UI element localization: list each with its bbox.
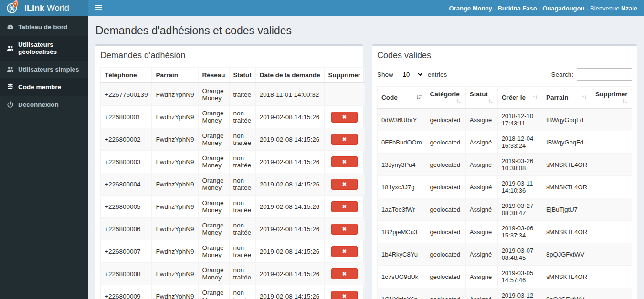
codes-cell-code: 1c7sUG9dUk	[378, 266, 426, 288]
codes-col-header-cat-gorie[interactable]: Catégorie	[426, 87, 465, 109]
codes-cell-parrain: IBWqyGbqFd	[542, 131, 591, 154]
codes-cell-supprimer	[591, 108, 632, 131]
demandes-cell-date: 2019-02-08 14:15:26	[255, 285, 324, 299]
codes-cell-parrain: EjBuTjgtU7	[542, 198, 591, 221]
top-navbar: Orange Money - Burkina Faso - Ouagadougo…	[88, 0, 644, 16]
codes-cell-creer_le: 2019-03-07 08:48:45	[497, 243, 542, 266]
demandes-col-header: Supprimer	[324, 68, 365, 83]
sidebar-item-code-membre[interactable]: Code membre	[0, 78, 88, 96]
demandes-row: +226800009FwdhzYphN9Orange Moneynon trai…	[101, 285, 365, 299]
codes-col-header-supprimer[interactable]: Supprimer	[591, 87, 632, 109]
x-icon: ✖	[342, 248, 347, 254]
sidebar-item-utilisateurs-g-olocalis-s[interactable]: Utilisateurs géolocalisés	[0, 36, 88, 61]
codes-cell-parrain: 8pQJGFxtWV	[542, 288, 591, 299]
codes-cell-supprimer	[591, 288, 632, 299]
codes-col-header-code[interactable]: Code	[378, 87, 426, 109]
demandes-cell-telephone: +226800003	[101, 151, 152, 173]
sidebar-item-d-connexion[interactable]: Déconnexion	[0, 96, 88, 113]
sort-ascending-icon	[416, 94, 422, 100]
demandes-cell-reseau: Orange Money	[198, 263, 229, 285]
demandes-cell-statut: non traitée	[229, 218, 255, 240]
codes-cell-categorie: geolocated	[426, 221, 465, 243]
demandes-cell-reseau: Orange Money	[198, 196, 229, 218]
demandes-cell-parrain: FwdhzYphN9	[152, 173, 198, 196]
demandes-cell-supprimer: ✖	[324, 218, 365, 240]
search-label: Search:	[551, 71, 573, 78]
demandes-cell-statut: non traitée	[229, 196, 255, 218]
demandes-col-header: Date de la demande	[255, 68, 324, 83]
demandes-col-header: Téléphone	[101, 68, 152, 83]
codes-cell-parrain: sMNSKTL4OR	[542, 266, 591, 288]
demandes-cell-statut: non traitée	[229, 173, 255, 196]
brand-name: iLink World	[24, 3, 69, 13]
codes-panel-title: Codes valides	[372, 46, 637, 64]
codes-row: 0dW36UfbrYgeolocatedAssigné2018-12-10 17…	[378, 108, 632, 131]
codes-cell-creer_le: 2018-12-04 16:33:24	[497, 131, 542, 154]
x-icon: ✖	[342, 136, 347, 142]
codes-cell-statut: Assigné	[465, 266, 497, 288]
demandes-cell-reseau: Orange Money	[198, 173, 229, 196]
search-input[interactable]	[577, 68, 632, 81]
demandes-cell-reseau: Orange Money	[198, 285, 229, 299]
sort-both-icon	[581, 94, 587, 100]
demandes-cell-telephone: +226800001	[101, 106, 152, 128]
sidebar-item-utilisateurs-simples[interactable]: Utilisateurs simples	[0, 61, 88, 78]
codes-cell-categorie: geolocated	[426, 131, 465, 154]
codes-row: 181yxc3J7ggeolocatedAssigné2019-03-11 14…	[378, 176, 632, 198]
main-content: Demandes d'adhésions et codes valides De…	[88, 16, 644, 299]
delete-demande-button[interactable]: ✖	[331, 291, 358, 299]
codes-col-label: Créer le	[502, 94, 526, 101]
delete-demande-button[interactable]: ✖	[331, 179, 358, 190]
codes-col-header-statut[interactable]: Statut	[465, 87, 497, 109]
demandes-cell-supprimer: ✖	[324, 240, 365, 263]
demandes-cell-supprimer: ✖	[324, 151, 365, 173]
codes-row: 1B2pjeMCu3geolocatedAssigné2019-03-06 15…	[378, 221, 632, 243]
database-icon	[7, 83, 14, 91]
hamburger-icon	[95, 4, 102, 12]
sidebar-item-tableau-de-bord[interactable]: Tableau de bord	[0, 18, 88, 36]
codes-cell-creer_le: 2019-03-05 14:57:46	[497, 266, 542, 288]
delete-demande-button[interactable]: ✖	[331, 156, 358, 167]
demandes-cell-supprimer: ✖	[324, 173, 365, 196]
codes-cell-creer_le: 2019-03-12 10:54:00	[497, 288, 542, 299]
codes-cell-code: 0FFhBudOOm	[378, 131, 426, 154]
x-icon: ✖	[342, 271, 347, 277]
brand-logo[interactable]: $ iLink World	[0, 0, 88, 16]
sidebar-item-label: Code membre	[18, 83, 61, 91]
users-simple-icon	[7, 66, 14, 73]
demandes-col-header: Statut	[229, 68, 255, 83]
codes-cell-categorie: geolocated	[426, 266, 465, 288]
sidebar-toggle-button[interactable]	[88, 0, 109, 16]
codes-col-header-cr-er-le[interactable]: Créer le	[497, 87, 542, 109]
delete-demande-button[interactable]: ✖	[331, 246, 358, 257]
demandes-cell-reseau: Orange Money	[198, 128, 229, 151]
demandes-row: +226800001FwdhzYphN9Orange Moneynon trai…	[101, 106, 365, 128]
delete-demande-button[interactable]: ✖	[331, 201, 358, 212]
demandes-cell-reseau: Orange Money	[198, 240, 229, 263]
demandes-cell-reseau: Orange Money	[198, 218, 229, 240]
delete-demande-button[interactable]: ✖	[331, 268, 358, 279]
x-icon: ✖	[342, 293, 347, 299]
codes-col-label: Statut	[470, 91, 488, 98]
codes-col-header-parrain[interactable]: Parrain	[542, 87, 591, 109]
codes-cell-creer_le: 2019-03-06 15:37:34	[497, 221, 542, 243]
codes-cell-categorie: geolocated	[426, 108, 465, 131]
codes-col-label: Code	[381, 94, 398, 101]
delete-demande-button[interactable]: ✖	[331, 224, 358, 235]
entries-select[interactable]: 10	[397, 69, 424, 80]
delete-demande-button[interactable]: ✖	[331, 112, 358, 123]
codes-cell-statut: Assigné	[465, 221, 497, 243]
demandes-row: +226800003FwdhzYphN9Orange Moneynon trai…	[101, 151, 365, 173]
dashboard-icon	[7, 23, 14, 31]
demandes-cell-supprimer: ✖	[324, 128, 365, 151]
codes-cell-supprimer	[591, 176, 632, 198]
codes-cell-supprimer	[591, 131, 632, 154]
demandes-cell-telephone: +226800007	[101, 240, 152, 263]
demandes-cell-reseau: Orange Money	[198, 106, 229, 128]
page-title: Demandes d'adhésions et codes valides	[95, 24, 637, 37]
demandes-cell-telephone: +226800009	[101, 285, 152, 299]
codes-panel: Codes valides Show 10 entries Search: Co…	[372, 44, 637, 299]
demandes-cell-parrain: FwdhzYphN9	[152, 151, 198, 173]
codes-cell-creer_le: 2019-03-26 10:38:08	[497, 154, 542, 176]
delete-demande-button[interactable]: ✖	[331, 134, 358, 145]
